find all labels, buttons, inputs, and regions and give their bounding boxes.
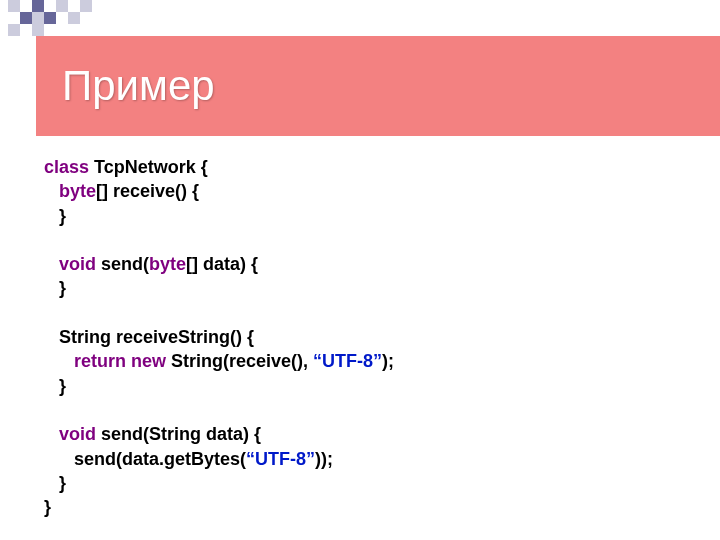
keyword-return-new: return new	[74, 351, 166, 371]
deco-square	[32, 24, 44, 36]
code-text: [] receive() {	[96, 181, 199, 201]
deco-square	[32, 12, 44, 24]
deco-row	[8, 24, 92, 36]
deco-square	[56, 0, 68, 12]
code-text: }	[59, 206, 66, 226]
code-text: send(	[96, 254, 149, 274]
slide: Пример class TcpNetwork { byte[] receive…	[0, 0, 720, 540]
code-text: send(String data) {	[96, 424, 261, 444]
string-literal: “UTF-8”	[313, 351, 382, 371]
keyword-void: void	[59, 424, 96, 444]
keyword-class: class	[44, 157, 89, 177]
code-text: }	[59, 278, 66, 298]
deco-row	[8, 12, 92, 24]
corner-decoration-grid	[8, 0, 92, 36]
keyword-void: void	[59, 254, 96, 274]
deco-square	[20, 12, 32, 24]
deco-square	[32, 0, 44, 12]
code-text: );	[382, 351, 394, 371]
code-text: String receiveString() {	[59, 327, 254, 347]
deco-square	[44, 12, 56, 24]
code-text: ));	[315, 449, 333, 469]
code-text: [] data) {	[186, 254, 258, 274]
deco-square	[68, 12, 80, 24]
string-literal: “UTF-8”	[246, 449, 315, 469]
code-text: }	[59, 473, 66, 493]
code-block: class TcpNetwork { byte[] receive() { } …	[44, 155, 680, 519]
deco-square	[20, 0, 32, 12]
deco-row	[8, 0, 92, 12]
deco-square	[20, 24, 32, 36]
deco-square	[56, 12, 68, 24]
deco-square	[68, 0, 80, 12]
deco-square	[44, 0, 56, 12]
keyword-byte: byte	[59, 181, 96, 201]
deco-square	[8, 0, 20, 12]
code-text: String(receive(),	[166, 351, 313, 371]
keyword-byte: byte	[149, 254, 186, 274]
code-text: }	[59, 376, 66, 396]
code-text: send(data.getBytes(	[74, 449, 246, 469]
code-text: }	[44, 497, 51, 517]
code-text: TcpNetwork {	[89, 157, 208, 177]
deco-square	[8, 12, 20, 24]
deco-square	[80, 0, 92, 12]
deco-square	[8, 24, 20, 36]
slide-title: Пример	[36, 62, 215, 110]
title-bar: Пример	[36, 36, 720, 136]
